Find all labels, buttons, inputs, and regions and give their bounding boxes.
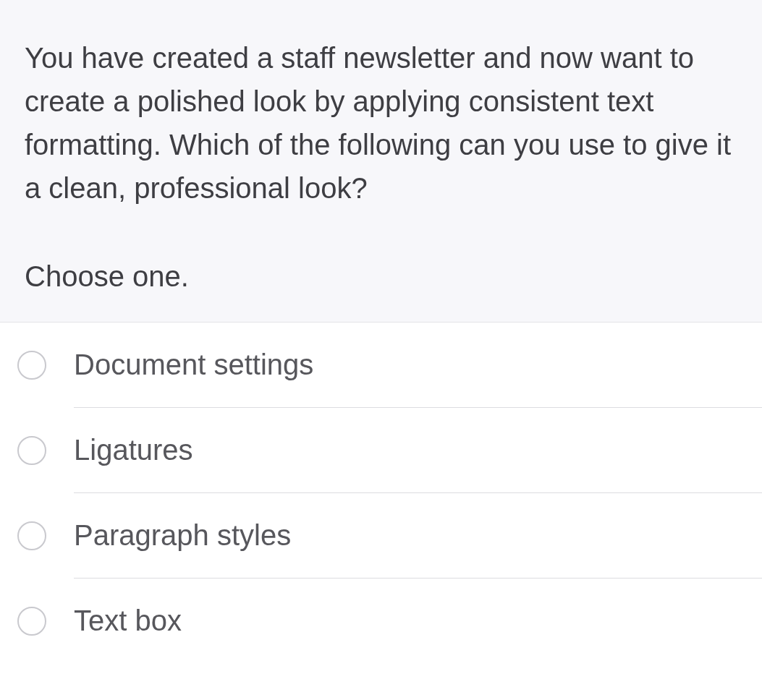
option-text-box[interactable]: Text box <box>0 579 762 663</box>
option-label: Document settings <box>74 349 313 381</box>
option-label: Ligatures <box>74 434 193 466</box>
option-label: Text box <box>74 605 182 637</box>
option-label: Paragraph styles <box>74 519 291 552</box>
radio-icon <box>17 521 46 550</box>
option-content: Text box <box>17 605 745 637</box>
option-content: Document settings <box>17 349 745 381</box>
option-ligatures[interactable]: Ligatures <box>0 408 762 492</box>
option-content: Ligatures <box>17 434 745 466</box>
option-document-settings[interactable]: Document settings <box>0 323 762 407</box>
option-content: Paragraph styles <box>17 519 745 552</box>
radio-icon <box>17 607 46 636</box>
question-text: You have created a staff newsletter and … <box>25 36 737 210</box>
options-list: Document settings Ligatures Paragraph st… <box>0 323 762 663</box>
option-paragraph-styles[interactable]: Paragraph styles <box>0 493 762 578</box>
question-header: You have created a staff newsletter and … <box>0 0 762 323</box>
radio-icon <box>17 436 46 465</box>
question-instruction: Choose one. <box>25 260 737 293</box>
radio-icon <box>17 351 46 380</box>
